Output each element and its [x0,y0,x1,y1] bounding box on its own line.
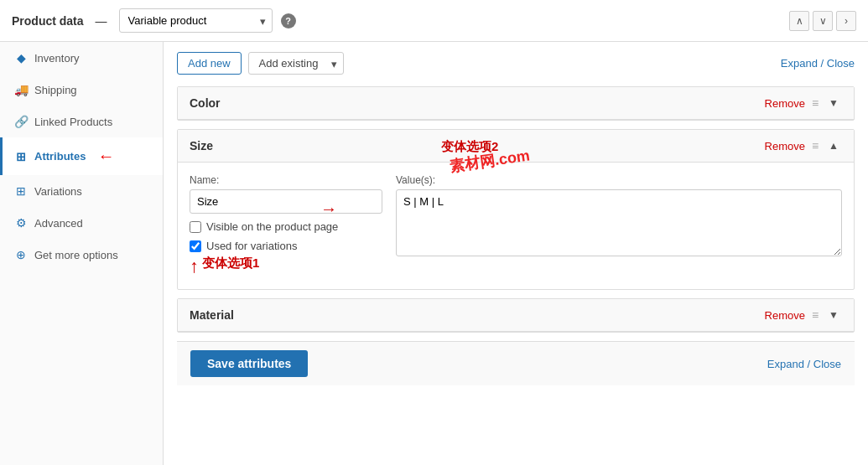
add-new-button[interactable]: Add new [177,52,242,75]
grid-icon: ⊞ [14,150,28,163]
annotation-arrow-values: → [320,199,337,219]
header-arrows: ∧ ∨ › [789,11,856,31]
save-attributes-button[interactable]: Save attributes [190,350,308,377]
action-row: Add new Add existing Expand / Close [177,52,855,75]
attribute-material-actions: Remove ≡ ▼ [765,307,842,323]
attribute-size-section: Size Remove ≡ ▲ 变体选项2 素材网.com [177,129,855,290]
sidebar-item-label-variations: Variations [34,185,82,198]
attribute-size-remove[interactable]: Remove [765,140,805,152]
product-type-wrapper[interactable]: Variable product Simple product Grouped … [119,8,273,33]
arrow-up-btn[interactable]: ∧ [789,11,809,31]
collapse-size-btn[interactable]: ▲ [825,138,842,153]
used-for-variations-checkbox[interactable] [190,240,201,252]
used-for-variations-label[interactable]: Used for variations [206,240,297,252]
attribute-material-remove[interactable]: Remove [765,309,805,322]
help-icon[interactable]: ? [281,13,296,28]
sidebar-item-get-more-options[interactable]: ⊕ Get more options [0,239,163,271]
arrow-right-values-icon: → [320,199,337,219]
visible-checkbox-row: Visible on the product page [190,220,382,233]
product-data-panel: Product data — Variable product Simple p… [0,0,868,465]
sidebar-item-label-linked-products: Linked Products [34,116,112,128]
attribute-size-body: 变体选项2 素材网.com Name: Visible on the produ… [178,163,854,289]
sidebar-item-variations[interactable]: ⊞ Variations [0,175,163,207]
attribute-color-title: Color [190,96,765,110]
main-layout: ◆ Inventory 🚚 Shipping 🔗 Linked Products… [0,42,868,465]
expand-close-bottom-link[interactable]: Expand / Close [767,358,841,370]
sidebar-item-label-advanced: Advanced [34,217,83,230]
header-dash: — [96,14,107,28]
sidebar-item-label-more: Get more options [34,249,118,261]
arrow-down-btn[interactable]: ∨ [813,11,833,31]
attribute-size-actions: Remove ≡ ▲ [765,138,842,153]
annotation-3: 变体选项1 [202,256,259,271]
truck-icon: 🚚 [14,83,28,96]
sidebar-item-attributes[interactable]: ⊞ Attributes ← [0,137,163,175]
header-bar: Product data — Variable product Simple p… [0,0,868,42]
values-label: Value(s): [396,174,842,186]
sidebar-item-label-attributes: Attributes [34,150,86,163]
gear-icon: ⚙ [14,216,28,230]
sidebar-item-label-shipping: Shipping [34,84,77,96]
arrow-up-annotation: ↑ [190,256,199,277]
attribute-material-title: Material [190,308,765,322]
header-label: Product data [12,14,84,28]
link-icon: 🔗 [14,115,28,128]
sidebar-item-inventory[interactable]: ◆ Inventory [0,42,163,74]
arrow-annotation: ← [97,147,114,166]
diamond-icon: ◆ [14,51,28,65]
name-input[interactable] [190,189,382,214]
attr-body-row: Name: Visible on the product page Used f… [190,174,842,277]
product-type-select[interactable]: Variable product Simple product Grouped … [119,8,273,33]
sidebar: ◆ Inventory 🚚 Shipping 🔗 Linked Products… [0,42,164,465]
used-for-variations-row: Used for variations [190,240,382,252]
collapse-color-btn[interactable]: ▼ [825,96,842,111]
attr-body-container: 变体选项2 素材网.com Name: Visible on the produ… [190,174,842,277]
drag-handle-material[interactable]: ≡ [812,308,819,322]
visible-label[interactable]: Visible on the product page [206,220,338,233]
attribute-color-remove[interactable]: Remove [765,97,805,110]
visible-checkbox[interactable] [190,221,201,233]
attribute-color-header: Color Remove ≡ ▼ [178,87,854,120]
sidebar-item-label-inventory: Inventory [34,52,79,65]
collapse-material-btn[interactable]: ▼ [825,307,842,323]
arrow-right-btn[interactable]: › [836,11,856,31]
sidebar-item-linked-products[interactable]: 🔗 Linked Products [0,106,163,137]
sidebar-item-shipping[interactable]: 🚚 Shipping [0,74,163,106]
add-existing-button[interactable]: Add existing [248,52,345,75]
plus-circle-icon: ⊕ [14,248,28,261]
add-existing-wrapper[interactable]: Add existing [248,52,345,75]
attr-col-values: Value(s): S | M | L → 变体选项3 [396,174,842,259]
variations-icon: ⊞ [14,184,28,198]
drag-handle-color[interactable]: ≡ [812,96,819,110]
name-label: Name: [190,174,382,186]
drag-handle-size[interactable]: ≡ [812,139,819,152]
attr-col-name: Name: Visible on the product page Used f… [190,174,382,277]
values-textarea[interactable]: S | M | L [396,189,842,256]
expand-close-top-link[interactable]: Expand / Close [781,57,855,70]
attribute-color-section: Color Remove ≡ ▼ [177,86,855,121]
sidebar-item-advanced[interactable]: ⚙ Advanced [0,207,163,239]
attribute-material-section: Material Remove ≡ ▼ [177,298,855,333]
content-area: Add new Add existing Expand / Close Colo… [164,42,868,465]
attribute-color-actions: Remove ≡ ▼ [765,96,842,111]
save-row: Save attributes Expand / Close [177,341,855,385]
attribute-material-header: Material Remove ≡ ▼ [178,299,854,332]
